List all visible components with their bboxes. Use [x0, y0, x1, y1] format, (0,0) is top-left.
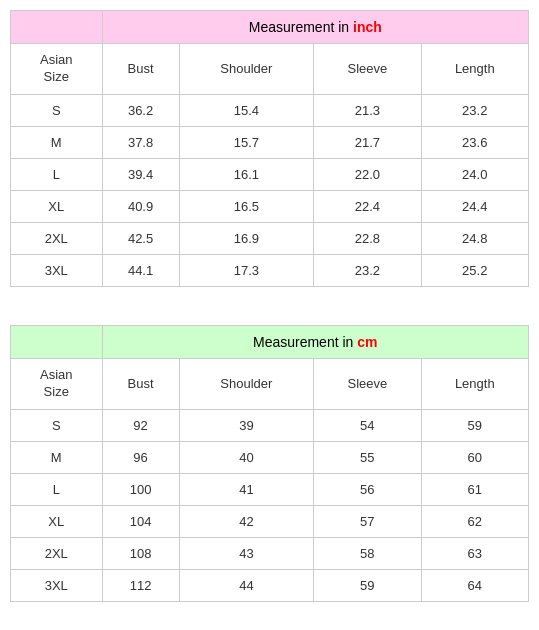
- cm-sleeve-l: 56: [314, 473, 421, 505]
- cm-shoulder-xl: 42: [179, 505, 314, 537]
- bust-m: 37.8: [102, 126, 179, 158]
- table-row: S 36.2 15.4 21.3 23.2: [11, 94, 529, 126]
- cm-col-sleeve: Sleeve: [314, 358, 421, 409]
- length-3xl: 25.2: [421, 254, 528, 286]
- cm-bust-xl: 104: [102, 505, 179, 537]
- cm-table: Measurement in cm AsianSize Bust Shoulde…: [10, 325, 529, 602]
- length-m: 23.6: [421, 126, 528, 158]
- cm-title-asian-size-cell: [11, 325, 103, 358]
- inch-table: Measurement in inch AsianSize Bust Shoul…: [10, 10, 529, 287]
- size-3xl: 3XL: [11, 254, 103, 286]
- shoulder-m: 15.7: [179, 126, 314, 158]
- table-row: 3XL 44.1 17.3 23.2 25.2: [11, 254, 529, 286]
- inch-col-length: Length: [421, 44, 528, 95]
- shoulder-xl: 16.5: [179, 190, 314, 222]
- cm-size-m: M: [11, 441, 103, 473]
- size-l: L: [11, 158, 103, 190]
- table-row: XL 104 42 57 62: [11, 505, 529, 537]
- bust-l: 39.4: [102, 158, 179, 190]
- cm-bust-s: 92: [102, 409, 179, 441]
- table-row: 2XL 42.5 16.9 22.8 24.8: [11, 222, 529, 254]
- cm-bust-l: 100: [102, 473, 179, 505]
- table-row: XL 40.9 16.5 22.4 24.4: [11, 190, 529, 222]
- cm-length-m: 60: [421, 441, 528, 473]
- inch-col-header-row: AsianSize Bust Shoulder Sleeve Length: [11, 44, 529, 95]
- cm-length-xl: 62: [421, 505, 528, 537]
- cm-sleeve-2xl: 58: [314, 537, 421, 569]
- sleeve-xl: 22.4: [314, 190, 421, 222]
- cm-length-2xl: 63: [421, 537, 528, 569]
- bust-s: 36.2: [102, 94, 179, 126]
- cm-title-cell: Measurement in cm: [102, 325, 529, 358]
- bust-2xl: 42.5: [102, 222, 179, 254]
- table-row: 3XL 112 44 59 64: [11, 569, 529, 601]
- inch-col-bust: Bust: [102, 44, 179, 95]
- cm-sleeve-xl: 57: [314, 505, 421, 537]
- bust-xl: 40.9: [102, 190, 179, 222]
- cm-shoulder-s: 39: [179, 409, 314, 441]
- sleeve-l: 22.0: [314, 158, 421, 190]
- cm-length-l: 61: [421, 473, 528, 505]
- length-xl: 24.4: [421, 190, 528, 222]
- cm-size-2xl: 2XL: [11, 537, 103, 569]
- shoulder-2xl: 16.9: [179, 222, 314, 254]
- shoulder-l: 16.1: [179, 158, 314, 190]
- section-gap: [10, 307, 529, 325]
- cm-bust-2xl: 108: [102, 537, 179, 569]
- cm-size-xl: XL: [11, 505, 103, 537]
- inch-asian-size-header: AsianSize: [11, 44, 103, 95]
- cm-col-header-row: AsianSize Bust Shoulder Sleeve Length: [11, 358, 529, 409]
- table-row: S 92 39 54 59: [11, 409, 529, 441]
- cm-col-bust: Bust: [102, 358, 179, 409]
- cm-shoulder-l: 41: [179, 473, 314, 505]
- inch-col-shoulder: Shoulder: [179, 44, 314, 95]
- cm-unit: cm: [357, 334, 377, 350]
- shoulder-s: 15.4: [179, 94, 314, 126]
- cm-bust-m: 96: [102, 441, 179, 473]
- length-s: 23.2: [421, 94, 528, 126]
- sleeve-2xl: 22.8: [314, 222, 421, 254]
- length-2xl: 24.8: [421, 222, 528, 254]
- bust-3xl: 44.1: [102, 254, 179, 286]
- size-2xl: 2XL: [11, 222, 103, 254]
- table-row: L 39.4 16.1 22.0 24.0: [11, 158, 529, 190]
- size-xl: XL: [11, 190, 103, 222]
- sleeve-3xl: 23.2: [314, 254, 421, 286]
- cm-col-length: Length: [421, 358, 528, 409]
- inch-unit: inch: [353, 19, 382, 35]
- inch-title-prefix: Measurement in: [249, 19, 353, 35]
- cm-size-l: L: [11, 473, 103, 505]
- inch-title-asian-size-cell: [11, 11, 103, 44]
- sleeve-m: 21.7: [314, 126, 421, 158]
- cm-sleeve-m: 55: [314, 441, 421, 473]
- cm-title-row: Measurement in cm: [11, 325, 529, 358]
- cm-table-wrapper: Measurement in cm AsianSize Bust Shoulde…: [10, 325, 529, 602]
- table-row: 2XL 108 43 58 63: [11, 537, 529, 569]
- cm-shoulder-m: 40: [179, 441, 314, 473]
- cm-shoulder-3xl: 44: [179, 569, 314, 601]
- table-row: M 37.8 15.7 21.7 23.6: [11, 126, 529, 158]
- cm-asian-size-header: AsianSize: [11, 358, 103, 409]
- inch-title-row: Measurement in inch: [11, 11, 529, 44]
- table-row: L 100 41 56 61: [11, 473, 529, 505]
- cm-col-shoulder: Shoulder: [179, 358, 314, 409]
- cm-shoulder-2xl: 43: [179, 537, 314, 569]
- cm-sleeve-3xl: 59: [314, 569, 421, 601]
- cm-length-s: 59: [421, 409, 528, 441]
- cm-size-s: S: [11, 409, 103, 441]
- sleeve-s: 21.3: [314, 94, 421, 126]
- inch-col-sleeve: Sleeve: [314, 44, 421, 95]
- cm-size-3xl: 3XL: [11, 569, 103, 601]
- table-row: M 96 40 55 60: [11, 441, 529, 473]
- shoulder-3xl: 17.3: [179, 254, 314, 286]
- cm-title-prefix: Measurement in: [253, 334, 357, 350]
- size-s: S: [11, 94, 103, 126]
- length-l: 24.0: [421, 158, 528, 190]
- size-m: M: [11, 126, 103, 158]
- cm-length-3xl: 64: [421, 569, 528, 601]
- inch-title-cell: Measurement in inch: [102, 11, 529, 44]
- inch-table-wrapper: Measurement in inch AsianSize Bust Shoul…: [10, 10, 529, 287]
- cm-sleeve-s: 54: [314, 409, 421, 441]
- cm-bust-3xl: 112: [102, 569, 179, 601]
